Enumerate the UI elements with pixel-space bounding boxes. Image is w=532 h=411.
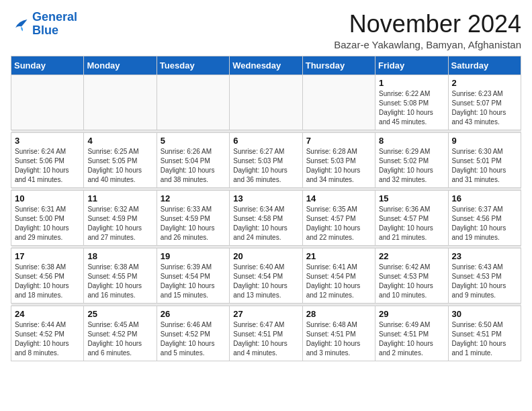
- day-info: Sunrise: 6:34 AM Sunset: 4:58 PM Dayligh…: [233, 205, 298, 242]
- calendar-cell: 26Sunrise: 6:46 AM Sunset: 4:52 PM Dayli…: [157, 306, 229, 361]
- day-info: Sunrise: 6:42 AM Sunset: 4:53 PM Dayligh…: [379, 263, 444, 300]
- day-info: Sunrise: 6:38 AM Sunset: 4:55 PM Dayligh…: [87, 263, 152, 300]
- day-info: Sunrise: 6:33 AM Sunset: 4:59 PM Dayligh…: [161, 205, 226, 242]
- calendar-cell: 29Sunrise: 6:49 AM Sunset: 4:51 PM Dayli…: [375, 306, 448, 361]
- calendar-cell: 7Sunrise: 6:28 AM Sunset: 5:03 PM Daylig…: [302, 132, 375, 187]
- calendar-cell: [11, 75, 84, 130]
- day-number: 30: [452, 309, 517, 319]
- day-info: Sunrise: 6:36 AM Sunset: 4:57 PM Dayligh…: [379, 205, 444, 242]
- day-number: 19: [161, 251, 226, 261]
- day-info: Sunrise: 6:35 AM Sunset: 4:57 PM Dayligh…: [306, 205, 371, 242]
- calendar-week-row: 24Sunrise: 6:44 AM Sunset: 4:52 PM Dayli…: [11, 306, 521, 361]
- calendar-cell: 21Sunrise: 6:41 AM Sunset: 4:54 PM Dayli…: [302, 248, 375, 303]
- day-info: Sunrise: 6:40 AM Sunset: 4:54 PM Dayligh…: [233, 263, 298, 300]
- calendar-cell: 12Sunrise: 6:33 AM Sunset: 4:59 PM Dayli…: [157, 190, 229, 245]
- day-number: 21: [306, 251, 371, 261]
- calendar-cell: 9Sunrise: 6:30 AM Sunset: 5:01 PM Daylig…: [448, 132, 521, 187]
- day-info: Sunrise: 6:37 AM Sunset: 4:56 PM Dayligh…: [452, 205, 517, 242]
- day-number: 10: [15, 193, 80, 203]
- day-info: Sunrise: 6:41 AM Sunset: 4:54 PM Dayligh…: [306, 263, 371, 300]
- calendar-cell: 20Sunrise: 6:40 AM Sunset: 4:54 PM Dayli…: [230, 248, 302, 303]
- day-number: 12: [161, 193, 226, 203]
- weekday-header-row: SundayMondayTuesdayWednesdayThursdayFrid…: [11, 56, 521, 75]
- calendar-week-row: 3Sunrise: 6:24 AM Sunset: 5:06 PM Daylig…: [11, 132, 521, 187]
- day-number: 28: [306, 309, 371, 319]
- page-header: General Blue November 2024 Bazar-e Yakaw…: [11, 11, 521, 50]
- calendar-cell: 13Sunrise: 6:34 AM Sunset: 4:58 PM Dayli…: [230, 190, 302, 245]
- location: Bazar-e Yakawlang, Bamyan, Afghanistan: [334, 39, 521, 50]
- weekday-header-friday: Friday: [375, 56, 448, 75]
- day-info: Sunrise: 6:24 AM Sunset: 5:06 PM Dayligh…: [15, 147, 80, 185]
- weekday-header-sunday: Sunday: [11, 56, 84, 75]
- calendar-cell: 27Sunrise: 6:47 AM Sunset: 4:51 PM Dayli…: [230, 306, 302, 361]
- day-info: Sunrise: 6:44 AM Sunset: 4:52 PM Dayligh…: [15, 320, 80, 358]
- calendar-week-row: 10Sunrise: 6:31 AM Sunset: 5:00 PM Dayli…: [11, 190, 521, 245]
- day-number: 26: [161, 309, 226, 319]
- calendar-cell: 25Sunrise: 6:45 AM Sunset: 4:52 PM Dayli…: [84, 306, 157, 361]
- day-info: Sunrise: 6:43 AM Sunset: 4:53 PM Dayligh…: [452, 263, 517, 300]
- calendar-cell: 28Sunrise: 6:48 AM Sunset: 4:51 PM Dayli…: [302, 306, 375, 361]
- calendar-cell: [302, 75, 375, 130]
- day-info: Sunrise: 6:30 AM Sunset: 5:01 PM Dayligh…: [452, 147, 517, 185]
- weekday-header-thursday: Thursday: [302, 56, 375, 75]
- day-number: 27: [233, 309, 298, 319]
- day-info: Sunrise: 6:23 AM Sunset: 5:07 PM Dayligh…: [452, 89, 517, 127]
- day-info: Sunrise: 6:25 AM Sunset: 5:05 PM Dayligh…: [87, 147, 152, 185]
- calendar-cell: [84, 75, 157, 130]
- day-number: 1: [379, 78, 444, 88]
- calendar-cell: 15Sunrise: 6:36 AM Sunset: 4:57 PM Dayli…: [375, 190, 448, 245]
- day-number: 23: [452, 251, 517, 261]
- calendar-cell: 30Sunrise: 6:50 AM Sunset: 4:51 PM Dayli…: [448, 306, 521, 361]
- day-info: Sunrise: 6:46 AM Sunset: 4:52 PM Dayligh…: [161, 320, 226, 358]
- day-number: 15: [379, 193, 444, 203]
- day-number: 16: [452, 193, 517, 203]
- day-number: 6: [233, 136, 298, 146]
- calendar-cell: 4Sunrise: 6:25 AM Sunset: 5:05 PM Daylig…: [84, 132, 157, 187]
- day-info: Sunrise: 6:26 AM Sunset: 5:04 PM Dayligh…: [161, 147, 226, 185]
- day-info: Sunrise: 6:49 AM Sunset: 4:51 PM Dayligh…: [379, 320, 444, 358]
- day-number: 20: [233, 251, 298, 261]
- day-number: 9: [452, 136, 517, 146]
- day-info: Sunrise: 6:29 AM Sunset: 5:02 PM Dayligh…: [379, 147, 444, 185]
- calendar-cell: 19Sunrise: 6:39 AM Sunset: 4:54 PM Dayli…: [157, 248, 229, 303]
- day-info: Sunrise: 6:48 AM Sunset: 4:51 PM Dayligh…: [306, 320, 371, 358]
- logo-text: General Blue: [32, 11, 77, 38]
- day-info: Sunrise: 6:50 AM Sunset: 4:51 PM Dayligh…: [452, 320, 517, 358]
- day-number: 8: [379, 136, 444, 146]
- day-number: 14: [306, 193, 371, 203]
- calendar-table: SundayMondayTuesdayWednesdayThursdayFrid…: [11, 56, 521, 361]
- calendar-cell: 23Sunrise: 6:43 AM Sunset: 4:53 PM Dayli…: [448, 248, 521, 303]
- day-info: Sunrise: 6:32 AM Sunset: 4:59 PM Dayligh…: [87, 205, 152, 242]
- day-info: Sunrise: 6:22 AM Sunset: 5:08 PM Dayligh…: [379, 89, 444, 127]
- logo-general: General: [32, 10, 77, 24]
- day-number: 5: [161, 136, 226, 146]
- day-number: 13: [233, 193, 298, 203]
- day-number: 17: [15, 251, 80, 261]
- day-info: Sunrise: 6:27 AM Sunset: 5:03 PM Dayligh…: [233, 147, 298, 185]
- calendar-cell: 17Sunrise: 6:38 AM Sunset: 4:56 PM Dayli…: [11, 248, 84, 303]
- calendar-cell: 10Sunrise: 6:31 AM Sunset: 5:00 PM Dayli…: [11, 190, 84, 245]
- calendar-cell: 16Sunrise: 6:37 AM Sunset: 4:56 PM Dayli…: [448, 190, 521, 245]
- day-info: Sunrise: 6:39 AM Sunset: 4:54 PM Dayligh…: [161, 263, 226, 300]
- calendar-cell: 5Sunrise: 6:26 AM Sunset: 5:04 PM Daylig…: [157, 132, 229, 187]
- day-info: Sunrise: 6:31 AM Sunset: 5:00 PM Dayligh…: [15, 205, 80, 242]
- day-number: 11: [87, 193, 152, 203]
- weekday-header-monday: Monday: [84, 56, 157, 75]
- month-title: November 2024: [334, 11, 521, 38]
- calendar-cell: 18Sunrise: 6:38 AM Sunset: 4:55 PM Dayli…: [84, 248, 157, 303]
- day-number: 7: [306, 136, 371, 146]
- calendar-cell: 22Sunrise: 6:42 AM Sunset: 4:53 PM Dayli…: [375, 248, 448, 303]
- calendar-cell: 3Sunrise: 6:24 AM Sunset: 5:06 PM Daylig…: [11, 132, 84, 187]
- calendar-cell: 2Sunrise: 6:23 AM Sunset: 5:07 PM Daylig…: [448, 75, 521, 130]
- logo-blue: Blue: [32, 24, 58, 37]
- logo-bird-icon: [11, 15, 30, 34]
- calendar-cell: [157, 75, 229, 130]
- day-number: 25: [87, 309, 152, 319]
- day-number: 29: [379, 309, 444, 319]
- weekday-header-tuesday: Tuesday: [157, 56, 229, 75]
- day-info: Sunrise: 6:28 AM Sunset: 5:03 PM Dayligh…: [306, 147, 371, 185]
- day-number: 4: [87, 136, 152, 146]
- day-info: Sunrise: 6:38 AM Sunset: 4:56 PM Dayligh…: [15, 263, 80, 300]
- title-block: November 2024 Bazar-e Yakawlang, Bamyan,…: [334, 11, 521, 50]
- calendar-cell: 6Sunrise: 6:27 AM Sunset: 5:03 PM Daylig…: [230, 132, 302, 187]
